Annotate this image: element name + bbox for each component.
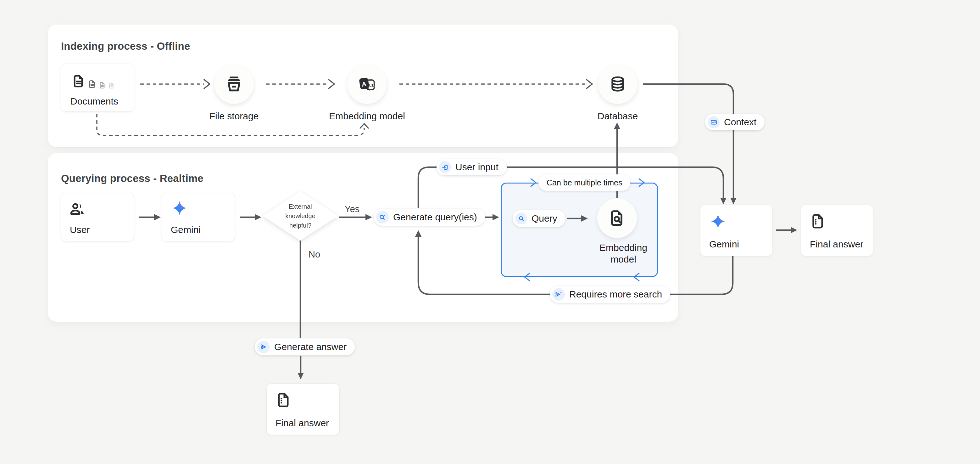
user-input-icon-chip — [439, 161, 451, 173]
final-answer-right-label: Final answer — [810, 239, 863, 250]
user-label: User — [70, 225, 90, 235]
tokenizer-icon: 0,1 A — [357, 74, 377, 94]
gemini-star-icon — [710, 213, 726, 230]
embedding-model-offline-label: Embedding model — [317, 110, 417, 122]
user-input-pill: User input — [436, 159, 507, 175]
generate-answer-pill: Generate answer — [255, 338, 355, 356]
final-answer-node-right: Final answer — [801, 205, 873, 256]
context-pill: Context — [705, 114, 765, 130]
send-icon — [260, 343, 267, 351]
documents-label: Documents — [70, 96, 118, 107]
user-input-label: User input — [455, 162, 498, 172]
people-icon — [69, 201, 86, 217]
embedding-model-realtime-node — [597, 198, 637, 238]
can-be-multiple-times-pill: Can be multiple times — [538, 174, 630, 191]
context-icon — [710, 119, 718, 126]
gemini-second-label: Gemini — [709, 239, 739, 250]
decision-node: External knowledge helpful? — [262, 191, 338, 241]
gemini-node-second: Gemini — [700, 205, 772, 256]
requires-more-search-label: Requires more search — [569, 289, 662, 300]
querying-panel-title: Querying process - Realtime — [61, 172, 204, 185]
query-pill: Query — [513, 210, 565, 227]
final-answer-node-bottom: Final answer — [266, 383, 340, 435]
input-icon — [442, 164, 449, 171]
file-storage-node — [214, 64, 254, 104]
no-edge-label: No — [309, 249, 320, 260]
can-be-multiple-times-label: Can be multiple times — [547, 178, 622, 187]
storage-bucket-icon — [225, 75, 243, 93]
context-label: Context — [724, 117, 756, 128]
generate-answer-label: Generate answer — [274, 341, 347, 352]
requires-more-search-pill: Requires more search — [550, 286, 670, 303]
generate-queries-label: Generate query(ies) — [393, 212, 477, 223]
search-sparkle-icon — [379, 214, 386, 221]
final-answer-bottom-label: Final answer — [275, 418, 329, 429]
user-node: User — [61, 193, 134, 241]
decision-line3: helpful? — [290, 221, 311, 230]
document-icon — [275, 392, 292, 408]
query-label: Query — [531, 213, 557, 224]
embedding-model-offline-node: 0,1 A — [347, 64, 387, 104]
decision-line2: knowledge — [285, 211, 315, 221]
embedding-model-realtime-label: Embedding model — [573, 242, 674, 265]
svg-text:A: A — [361, 80, 367, 88]
generate-answer-icon-chip — [257, 341, 270, 353]
database-icon — [609, 75, 627, 93]
database-label: Database — [567, 110, 668, 122]
documents-node: Documents — [61, 64, 134, 112]
gemini-star-icon — [172, 200, 188, 216]
gemini-first-label: Gemini — [171, 225, 200, 235]
decision-line1: External — [289, 202, 312, 211]
context-icon-chip — [708, 116, 719, 128]
generate-queries-pill: Generate query(ies) — [374, 209, 485, 226]
generate-queries-icon-chip — [376, 211, 389, 223]
gemini-node-first: Gemini — [162, 193, 235, 241]
file-search-icon — [608, 209, 626, 227]
database-node — [598, 64, 638, 104]
documents-stack-icon — [72, 73, 115, 90]
yes-edge-label: Yes — [345, 204, 360, 214]
send-sparkle-icon — [555, 290, 562, 298]
requires-more-search-icon-chip — [552, 288, 565, 301]
search-icon — [518, 215, 525, 222]
indexing-panel-title: Indexing process - Offline — [61, 40, 190, 52]
file-storage-label: File storage — [184, 110, 284, 122]
query-icon-chip — [515, 212, 527, 225]
document-icon — [810, 213, 826, 230]
rag-architecture-diagram: Indexing process - Offline Querying proc… — [0, 0, 980, 464]
